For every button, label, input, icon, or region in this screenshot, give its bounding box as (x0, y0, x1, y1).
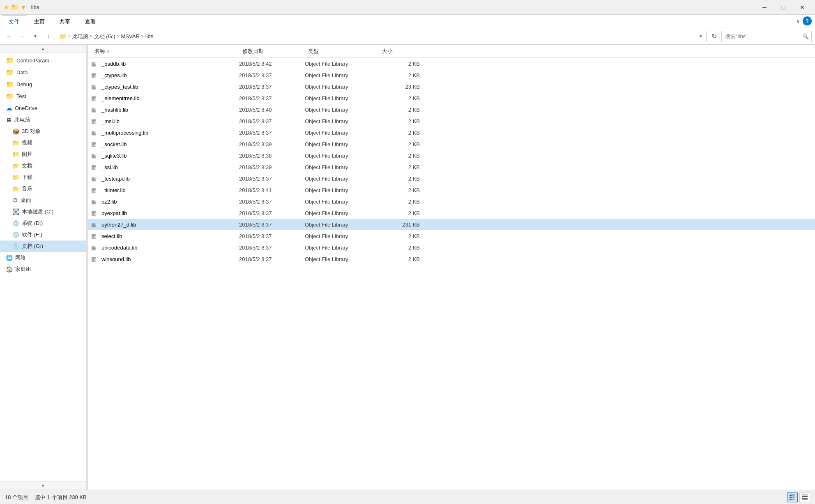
item-count: 18 个项目 (5, 494, 28, 501)
table-row[interactable]: ▦ _bsddb.lib 2018/5/2 8:42 Object File L… (88, 58, 815, 69)
help-icon[interactable]: ? (803, 16, 812, 25)
sidebar-item-network[interactable]: 🌐 网络 (0, 252, 86, 263)
table-row[interactable]: ▦ _sqlite3.lib 2018/5/2 8:38 Object File… (88, 150, 815, 161)
sidebar-item-data[interactable]: 📁 Data (0, 66, 86, 78)
file-date-cell: 2018/5/2 8:39 (239, 164, 305, 170)
table-row[interactable]: ▦ _ssl.lib 2018/5/2 8:39 Object File Lib… (88, 161, 815, 173)
sidebar-item-desktop[interactable]: 🖥 桌面 (0, 195, 86, 206)
file-date-cell: 2018/5/2 8:37 (239, 199, 305, 205)
sidebar-item-debug[interactable]: 📁 Debug (0, 78, 86, 90)
sidebar-scroll-up[interactable]: ▲ (0, 45, 86, 53)
table-row[interactable]: ▦ pyexpat.lib 2018/5/2 8:37 Object File … (88, 207, 815, 219)
maximize-button[interactable]: □ (774, 1, 793, 14)
table-row[interactable]: ▦ _tkinter.lib 2018/5/2 8:41 Object File… (88, 184, 815, 196)
path-separator-3: > (141, 34, 144, 39)
table-row[interactable]: ▦ select.lib 2018/5/2 8:37 Object File L… (88, 230, 815, 242)
path-segment-msvar[interactable]: MSVAR (121, 33, 140, 39)
file-name: _ssl.lib (101, 164, 118, 170)
col-header-date[interactable]: 修改日期 (239, 45, 305, 57)
view-details-button[interactable] (787, 493, 798, 502)
table-row[interactable]: ▦ _elementtree.lib 2018/5/2 8:37 Object … (88, 92, 815, 104)
table-row[interactable]: ▦ _testcapi.lib 2018/5/2 8:37 Object Fil… (88, 173, 815, 184)
file-name-cell: ▦ unicodedata.lib (91, 244, 239, 251)
onedrive-icon: ☁ (6, 104, 12, 112)
file-date-cell: 2018/5/2 8:37 (239, 72, 305, 78)
sidebar-scroll-down[interactable]: ▼ (0, 481, 86, 490)
drive-f-icon: 💿 (12, 231, 19, 238)
sidebar-item-drivef[interactable]: 💿 软件 (F:) (0, 229, 86, 241)
drive-g-icon: 💿 (12, 243, 19, 250)
search-box[interactable]: 🔍 (721, 31, 812, 42)
table-row[interactable]: ▦ _hashlib.lib 2018/5/2 8:40 Object File… (88, 104, 815, 115)
status-bar: 18 个项目 选中 1 个项目 230 KB (0, 490, 815, 504)
dropdown-button[interactable]: ▼ (30, 31, 41, 42)
sidebar-item-docs[interactable]: 📁 文档 (0, 160, 86, 172)
file-date-cell: 2018/5/2 8:37 (239, 245, 305, 251)
sidebar-item-downloads[interactable]: 📁 下载 (0, 172, 86, 183)
view-list-button[interactable] (799, 493, 810, 502)
refresh-button[interactable]: ↻ (708, 31, 720, 42)
tab-share[interactable]: 共享 (53, 15, 77, 28)
3d-icon: 📦 (12, 128, 19, 135)
file-name: _testcapi.lib (101, 176, 130, 182)
sidebar-item-3d[interactable]: 📦 3D 对象 (0, 126, 86, 137)
file-name-cell: ▦ _hashlib.lib (91, 106, 239, 113)
tab-view[interactable]: 查看 (78, 15, 103, 28)
svg-rect-1 (792, 495, 795, 495)
table-row[interactable]: ▦ _ctypes_test.lib 2018/5/2 8:37 Object … (88, 81, 815, 92)
minimize-button[interactable]: ─ (755, 1, 774, 14)
sidebar-item-video[interactable]: 📁 视频 (0, 137, 86, 149)
sidebar-item-thispc[interactable]: 🖥 此电脑 (0, 114, 86, 126)
svg-rect-7 (792, 499, 795, 499)
file-name-cell: ▦ _ctypes.lib (91, 72, 239, 78)
file-type-cell: Object File Library (305, 210, 379, 216)
back-button[interactable]: ← (3, 31, 15, 42)
tab-file[interactable]: 文件 (2, 15, 26, 28)
sidebar-item-image[interactable]: 📁 图片 (0, 149, 86, 160)
table-row[interactable]: ▦ unicodedata.lib 2018/5/2 8:37 Object F… (88, 242, 815, 253)
path-segment-docs[interactable]: 文档 (G:) (94, 33, 115, 40)
file-name-cell: ▦ _testcapi.lib (91, 175, 239, 182)
sidebar-item-onedrive[interactable]: ☁ OneDrive (0, 102, 86, 114)
address-path[interactable]: 📁 > 此电脑 > 文档 (G:) > MSVAR > libs ▼ (56, 31, 707, 42)
table-row[interactable]: ▦ bz2.lib 2018/5/2 8:37 Object File Libr… (88, 196, 815, 207)
col-header-name[interactable]: 名称 ∧ (91, 45, 239, 57)
forward-button[interactable]: → (16, 31, 28, 42)
table-row[interactable]: ▦ python27_d.lib 2018/5/2 8:37 Object Fi… (88, 219, 815, 230)
svg-rect-8 (792, 499, 794, 499)
table-row[interactable]: ▦ winsound.lib 2018/5/2 8:37 Object File… (88, 253, 815, 265)
path-segment-libs[interactable]: libs (145, 33, 154, 39)
sidebar-item-music[interactable]: 📁 音乐 (0, 183, 86, 195)
svg-rect-4 (792, 497, 795, 497)
lib-file-icon: ▦ (91, 141, 97, 147)
sidebar-item-driveg[interactable]: 💿 文档 (G:) (0, 241, 86, 252)
sidebar-item-test[interactable]: 📁 Test (0, 90, 86, 102)
close-button[interactable]: ✕ (793, 1, 812, 14)
sidebar-item-drivec[interactable]: 💽 本地磁盘 (C:) (0, 206, 86, 218)
path-segment-thispc[interactable]: 此电脑 (72, 33, 88, 40)
video-icon: 📁 (12, 140, 19, 146)
ribbon-chevron-icon[interactable]: ∨ (796, 18, 800, 24)
table-row[interactable]: ▦ _ctypes.lib 2018/5/2 8:37 Object File … (88, 69, 815, 81)
table-row[interactable]: ▦ _socket.lib 2018/5/2 8:39 Object File … (88, 138, 815, 150)
file-size-cell: 2 KB (379, 187, 420, 193)
search-input[interactable] (722, 33, 800, 39)
table-row[interactable]: ▦ _msi.lib 2018/5/2 8:37 Object File Lib… (88, 115, 815, 127)
sidebar-item-drived[interactable]: 💿 系统 (D:) (0, 218, 86, 229)
path-dropdown-icon[interactable]: ▼ (699, 34, 703, 39)
path-separator-2: > (117, 34, 120, 39)
table-row[interactable]: ▦ _multiprocessing.lib 2018/5/2 8:37 Obj… (88, 127, 815, 138)
col-header-type[interactable]: 类型 (305, 45, 379, 57)
file-name: bz2.lib (101, 199, 117, 205)
sidebar-item-homegroup[interactable]: 🏠 家庭组 (0, 263, 86, 275)
col-header-size[interactable]: 大小 (379, 45, 420, 57)
title-star-icon: ★ (3, 3, 9, 11)
tab-home[interactable]: 主页 (27, 15, 52, 28)
lib-file-icon: ▦ (91, 72, 97, 78)
file-date-cell: 2018/5/2 8:37 (239, 130, 305, 136)
sidebar-item-controlparam[interactable]: 📁 ControlParam (0, 55, 86, 66)
search-icon[interactable]: 🔍 (800, 31, 811, 42)
docs-icon: 📁 (12, 163, 19, 169)
up-button[interactable]: ↑ (43, 31, 54, 42)
music-icon: 📁 (12, 186, 19, 192)
